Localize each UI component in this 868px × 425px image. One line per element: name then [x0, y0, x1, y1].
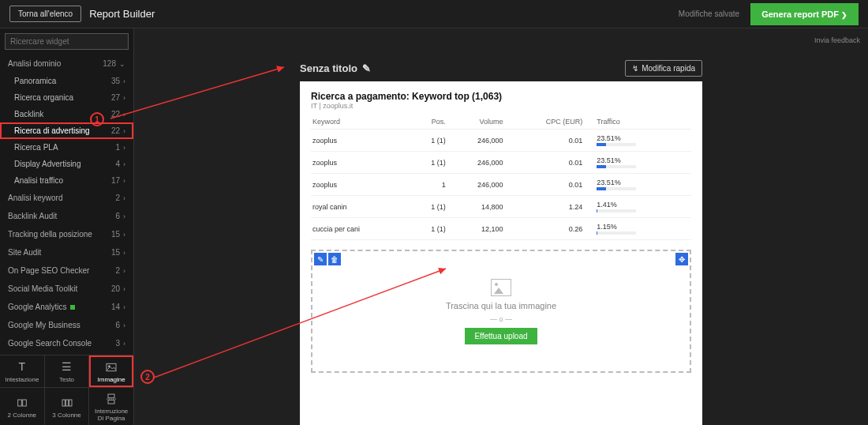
chevron-right-icon: ❯	[841, 11, 847, 19]
sidebar-item-backlink[interactable]: Backlink22›	[0, 106, 133, 122]
sidebar-item-label: Panoramica	[14, 77, 56, 85]
chevron-right-icon: ›	[123, 177, 125, 185]
sidebar-section-google-analytics[interactable]: Google Analytics14›	[0, 298, 133, 316]
sidebar-section-google-search-console[interactable]: Google Search Console3›	[0, 334, 133, 352]
quick-edit-label: Modifica rapida	[642, 64, 695, 73]
tool-label: 2 Colonne	[8, 412, 36, 419]
cell-traffic: 23.51%	[584, 152, 691, 174]
sidebar-item-ricerca-di-advertising[interactable]: Ricerca di advertising22›	[0, 122, 133, 139]
tool-three-cols[interactable]: 3 Colonne	[45, 388, 90, 425]
upload-button[interactable]: Effettua upload	[465, 328, 537, 344]
report-page: Ricerca a pagamento: Keyword top (1,063)…	[300, 81, 702, 425]
widget-edit-button[interactable]: ✎	[314, 253, 327, 265]
sidebar-section-label: Analisi keyword	[8, 194, 62, 202]
wand-icon: ↯	[632, 64, 638, 73]
sidebar-section-label: Social Media Toolkit	[8, 284, 77, 293]
cell-volume: 246,000	[447, 174, 505, 196]
tool-label: Immagine	[98, 376, 125, 383]
sidebar-section-social-media-toolkit[interactable]: Social Media Toolkit20›	[0, 280, 133, 298]
sidebar-section-on-page-seo-checker[interactable]: On Page SEO Checker2›	[0, 261, 133, 280]
cell-keyword: zooplus	[311, 130, 412, 152]
chevron-right-icon: ›	[123, 249, 125, 257]
text-icon: ☰	[61, 361, 73, 374]
top-bar: Torna all'elenco Report Builder Modifich…	[0, 0, 868, 28]
sidebar-section-label: Google My Business	[8, 321, 80, 329]
svg-rect-5	[65, 400, 68, 406]
chevron-right-icon: ›	[123, 340, 125, 348]
sidebar-section-site-audit[interactable]: Site Audit15›	[0, 243, 133, 261]
svg-rect-4	[62, 400, 65, 406]
edit-title-icon[interactable]: ✎	[362, 62, 371, 74]
sidebar-item-label: Ricerca di advertising	[14, 126, 90, 135]
cell-cpc: 1.24	[505, 196, 585, 218]
widget-subtitle: IT | zooplus.it	[311, 102, 691, 110]
chevron-down-icon: ⌄	[119, 60, 125, 68]
content-area: Invia feedback Senza titolo ✎ ↯ Modifica…	[134, 28, 868, 425]
feedback-link[interactable]: Invia feedback	[814, 36, 860, 44]
annotation-badge-1: 1	[90, 112, 104, 126]
tool-page-break[interactable]: Interruzione Di Pagina	[89, 388, 133, 425]
sidebar-item-display-advertising[interactable]: Display Advertising4›	[0, 156, 133, 172]
cell-keyword: royal canin	[311, 196, 412, 218]
svg-rect-7	[108, 394, 114, 398]
cell-pos: 1 (1)	[412, 196, 447, 218]
cell-volume: 12,100	[447, 218, 505, 240]
sidebar-section-backlink-audit[interactable]: Backlink Audit6›	[0, 207, 133, 225]
quick-edit-button[interactable]: ↯ Modifica rapida	[625, 60, 702, 77]
tool-text[interactable]: ☰Testo	[45, 355, 90, 387]
sidebar-item-ricerca-pla[interactable]: Ricerca PLA1›	[0, 139, 133, 156]
sidebar-section-tracking-della-posizione[interactable]: Tracking della posizione15›	[0, 225, 133, 243]
tool-image[interactable]: Immagine	[89, 355, 133, 387]
sidebar-section-analisi-dominio[interactable]: Analisi dominio 128⌄	[0, 55, 133, 73]
tool-heading[interactable]: TIntestazione	[0, 355, 45, 387]
image-drop-widget[interactable]: ✎ 🗑 ✥ Trascina qui la tua immagine — o —…	[311, 250, 691, 373]
chevron-right-icon: ›	[123, 231, 125, 239]
cell-traffic: 1.15%	[584, 218, 691, 240]
keyword-table: Keyword Pos. Volume CPC (EUR) Traffico z…	[311, 115, 691, 240]
cell-pos: 1 (1)	[412, 152, 447, 174]
table-row: zooplus1 (1)246,0000.0123.51%	[311, 152, 691, 174]
search-input[interactable]	[5, 33, 129, 50]
svg-rect-8	[108, 400, 114, 404]
back-button[interactable]: Torna all'elenco	[9, 6, 81, 22]
widget-delete-button[interactable]: 🗑	[328, 253, 341, 265]
generate-pdf-button[interactable]: Genera report PDF ❯	[750, 3, 859, 25]
sidebar-item-label: Ricerca organica	[14, 93, 73, 102]
chevron-right-icon: ›	[123, 285, 125, 293]
cell-pos: 1 (1)	[412, 218, 447, 240]
svg-rect-2	[17, 400, 21, 406]
chevron-right-icon: ›	[123, 77, 125, 85]
page-break-icon	[105, 393, 118, 405]
sidebar-item-ricerca-organica[interactable]: Ricerca organica27›	[0, 89, 133, 106]
chevron-right-icon: ›	[123, 160, 125, 168]
three-columns-icon	[61, 397, 73, 409]
sidebar-section-label: Tracking della posizione	[8, 230, 92, 239]
table-row: zooplus1246,0000.0123.51%	[311, 174, 691, 196]
sidebar-section-google-my-business[interactable]: Google My Business6›	[0, 316, 133, 334]
cell-traffic: 1.41%	[584, 196, 691, 218]
cell-keyword: zooplus	[311, 152, 412, 174]
sidebar-section-label: Site Audit	[8, 248, 41, 257]
table-row: royal canin1 (1)14,8001.241.41%	[311, 196, 691, 218]
saved-indicator: Modifiche salvate	[679, 9, 739, 18]
generate-pdf-label: Genera report PDF	[761, 9, 839, 19]
heading-icon: T	[16, 361, 28, 374]
sidebar-item-analisi-traffico[interactable]: Analisi traffico17›	[0, 172, 133, 189]
widget-title: Ricerca a pagamento: Keyword top (1,063)	[311, 91, 691, 102]
cell-cpc: 0.01	[505, 174, 585, 196]
chevron-right-icon: ›	[123, 212, 125, 220]
sidebar-section-label: Google Analytics	[8, 303, 75, 311]
tool-two-cols[interactable]: 2 Colonne	[0, 388, 45, 425]
sidebar-section-analisi-keyword[interactable]: Analisi keyword2›	[0, 189, 133, 207]
widget-move-button[interactable]: ✥	[675, 253, 688, 265]
cell-cpc: 0.01	[505, 130, 585, 152]
sidebar-section-label: Analisi dominio	[8, 59, 61, 68]
sidebar-section-listing-management[interactable]: Listing Management1›	[0, 352, 133, 355]
sidebar-item-panoramica[interactable]: Panoramica35›	[0, 73, 133, 89]
chevron-right-icon: ›	[123, 267, 125, 275]
svg-rect-3	[22, 400, 26, 406]
col-keyword: Keyword	[311, 115, 412, 130]
chevron-right-icon: ›	[123, 144, 125, 152]
sidebar-item-label: Backlink	[14, 110, 43, 118]
chevron-right-icon: ›	[123, 94, 125, 102]
